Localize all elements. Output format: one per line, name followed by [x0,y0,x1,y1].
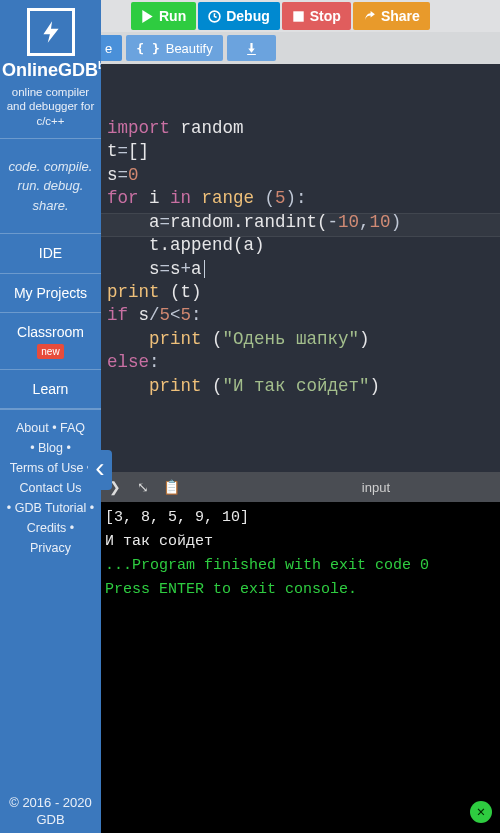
link-privacy[interactable]: Privacy [30,541,71,555]
brand: OnlineGDBbeta [0,60,101,81]
braces-icon: { } [136,41,159,56]
nav-classroom[interactable]: Classroom new [0,312,101,369]
copy-icon[interactable]: 📋 [157,479,185,495]
play-icon [141,10,154,23]
code-editor[interactable]: import random t=[] s=0 for i in range (5… [101,64,500,472]
input-tab-label[interactable]: input [362,480,500,495]
main: Run Debug Stop Share e { } Beautify [101,0,500,833]
run-label: Run [159,8,186,24]
console-output[interactable]: [3, 8, 5, 9, 10] И так сойдет ...Program… [101,502,500,833]
new-badge: new [37,344,63,359]
motto: code. compile. run. debug. share. [0,139,101,234]
output-status: ...Program finished with exit code 0 [105,554,496,578]
active-line-highlight [101,213,500,237]
link-faq[interactable]: FAQ [60,421,85,435]
share-icon [363,10,376,23]
text-cursor [204,260,205,278]
link-contact[interactable]: Contact Us [20,481,82,495]
run-button[interactable]: Run [131,2,196,30]
svg-rect-1 [293,11,303,21]
download-icon [245,42,258,55]
close-console-icon[interactable]: ✕ [470,801,492,823]
debug-button[interactable]: Debug [198,2,280,30]
share-label: Share [381,8,420,24]
tagline: online compiler and debugger for c/c++ [0,81,101,138]
nav-my-projects[interactable]: My Projects [0,273,101,312]
link-gdb-tutorial[interactable]: GDB Tutorial [15,501,87,515]
share-button[interactable]: Share [353,2,430,30]
stop-icon [292,10,305,23]
link-credits[interactable]: Credits [27,521,67,535]
brand-name: OnlineGDB [2,60,98,80]
bolt-icon [38,19,64,45]
link-terms[interactable]: Terms of Use [10,461,84,475]
console-panel-bar: ❯ ⤡ 📋 input [101,472,500,502]
primary-toolbar: Run Debug Stop Share [101,0,500,32]
debug-icon [208,10,221,23]
copyright: © 2016 - 2020 GDB [0,789,101,833]
nav-classroom-label: Classroom [2,323,99,341]
beautify-label: Beautify [166,41,213,56]
link-blog[interactable]: Blog [38,441,63,455]
logo[interactable] [27,8,75,56]
sidebar: OnlineGDBbeta online compiler and debugg… [0,0,101,833]
collapse-icon[interactable]: ⤡ [129,479,157,495]
nav-learn[interactable]: Learn [0,369,101,409]
output-line: И так сойдет [105,530,496,554]
stop-label: Stop [310,8,341,24]
download-button[interactable] [227,35,276,61]
beautify-button[interactable]: { } Beautify [126,35,222,61]
secondary-toolbar: e { } Beautify [101,32,500,64]
sidebar-collapse-handle[interactable]: ‹ [88,450,112,490]
nav-ide[interactable]: IDE [0,233,101,272]
file-tab-label: e [105,41,112,56]
footer-links: About • FAQ • Blog • Terms of Use • Cont… [0,409,101,789]
debug-label: Debug [226,8,270,24]
stop-button[interactable]: Stop [282,2,351,30]
output-line: [3, 8, 5, 9, 10] [105,506,496,530]
link-about[interactable]: About [16,421,49,435]
output-prompt: Press ENTER to exit console. [105,578,496,602]
file-tab[interactable]: e [101,35,122,61]
